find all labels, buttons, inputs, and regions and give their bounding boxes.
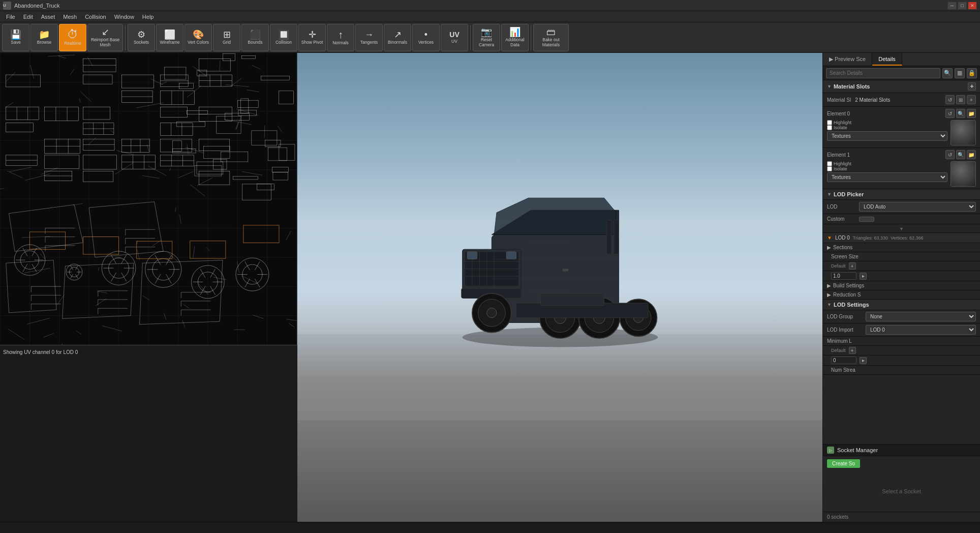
lod0-sections-label: Sections	[833, 245, 852, 250]
element-0-material-dropdown[interactable]: Textures	[827, 131, 947, 141]
truck-3d-model	[433, 175, 687, 353]
material-element-1: Element 1 ↺ 🔍 📁 Highlight	[823, 148, 980, 189]
binormals-button[interactable]: ↗ Binormals	[384, 24, 411, 51]
material-slots-action-1[interactable]: ↺	[945, 95, 955, 104]
reset-camera-label: Reset Camera	[473, 38, 500, 47]
viewport[interactable]: ▼ Perspective Lit Show ▼ LOD Auto LOD: 0…	[0, 53, 822, 522]
collision-label: Collision	[275, 40, 292, 45]
material-slots-add-btn[interactable]: +	[967, 95, 976, 104]
element-1-material-preview[interactable]	[951, 161, 976, 187]
lod0-build-settings-row[interactable]: ▶ Build Settings	[823, 281, 980, 290]
num-stream-label: Num Strea	[831, 367, 855, 373]
element-0-isolate-check[interactable]: Isolate	[827, 125, 947, 130]
element-1-search[interactable]: 🔍	[956, 150, 965, 159]
title-bar: U Abandoned_Truck ─ □ ✕	[0, 0, 980, 11]
viewport-3d[interactable]	[297, 53, 822, 522]
vertices-label: Vertices	[418, 40, 434, 45]
bake-out-button[interactable]: 🗃 Bake out Materials	[533, 24, 569, 51]
element-1-reset[interactable]: ↺	[945, 150, 955, 159]
element-0-search[interactable]: 🔍	[956, 109, 965, 118]
menu-window[interactable]: Window	[110, 13, 138, 21]
vertices-button[interactable]: • Vertices	[412, 24, 440, 51]
element-0-highlight-checkbox[interactable]	[827, 120, 832, 125]
vert-colors-label: Vert Colors	[188, 40, 209, 45]
lod-import-row: LOD Import LOD 0	[823, 323, 980, 337]
material-slot-count-row: Material Sl 2 Material Slots ↺ ⊞ +	[823, 93, 980, 107]
realtime-button[interactable]: ⏱ Realtime	[59, 24, 86, 51]
bounds-button[interactable]: ⬛ Bounds	[241, 24, 269, 51]
realtime-label: Realtime	[64, 41, 81, 46]
search-icon-button[interactable]: 🔍	[942, 68, 953, 78]
element-1-isolate-check[interactable]: Isolate	[827, 166, 947, 171]
show-pivot-button[interactable]: ✛ Show Pivot	[298, 24, 326, 51]
element-0-isolate-checkbox[interactable]	[827, 125, 832, 130]
minimum-l-plus-button[interactable]: +	[849, 347, 856, 354]
tangents-button[interactable]: → Tangents	[355, 24, 383, 51]
maximize-button[interactable]: □	[958, 2, 967, 10]
additional-data-button[interactable]: 📊 Additional Data	[501, 24, 529, 51]
search-bar: 🔍 ▦ 🔒	[823, 66, 980, 80]
menu-asset[interactable]: Asset	[37, 13, 59, 21]
element-1-highlight-checkbox[interactable]	[827, 161, 832, 166]
element-1-browse[interactable]: 📁	[967, 150, 976, 159]
material-slots-action-2[interactable]: ⊞	[956, 95, 965, 104]
minimum-l-value-input[interactable]	[831, 357, 856, 364]
lod-group-select[interactable]: None	[866, 312, 976, 321]
lod-picker-lod-select[interactable]: LOD Auto LOD 0 LOD 1 LOD 2	[859, 202, 976, 212]
minimize-button[interactable]: ─	[947, 2, 957, 10]
reset-camera-button[interactable]: 📷 Reset Camera	[473, 24, 500, 51]
material-slots-title: Material Slots	[834, 83, 870, 90]
panel-content[interactable]: ▼ Material Slots + Material Sl 2 Materia…	[823, 80, 980, 444]
wireframe-button[interactable]: ⬜ Wireframe	[156, 24, 183, 51]
minimum-l-value-plus-button[interactable]: ▸	[860, 357, 867, 364]
menu-edit[interactable]: Edit	[19, 13, 37, 21]
lod-import-select[interactable]: LOD 0	[866, 325, 976, 335]
element-1-isolate-checkbox[interactable]	[827, 166, 832, 171]
menu-mesh[interactable]: Mesh	[59, 13, 81, 21]
save-button[interactable]: 💾 Save	[2, 24, 29, 51]
material-slots-section-header[interactable]: ▼ Material Slots +	[823, 80, 980, 93]
svg-marker-4	[494, 198, 616, 234]
sockets-button[interactable]: ⚙ Sockets	[128, 24, 155, 51]
browse-button[interactable]: 📁 Browse	[30, 24, 58, 51]
collision-button[interactable]: 🔲 Collision	[270, 24, 297, 51]
save-icon: 💾	[10, 30, 21, 39]
lod-picker-custom-slider[interactable]	[859, 217, 874, 222]
lod-picker-arrow: ▼	[827, 192, 832, 197]
minimum-l-value-row: ▸	[823, 356, 980, 366]
material-slots-add-button[interactable]: +	[968, 82, 976, 91]
lod0-reduction-row[interactable]: ▶ Reduction S	[823, 290, 980, 300]
screen-size-value-input[interactable]	[831, 272, 856, 280]
reimport-button[interactable]: ↙ Reimport Base Mesh	[87, 24, 123, 51]
vert-colors-button[interactable]: 🎨 Vert Colors	[185, 24, 212, 51]
lod0-sections-row[interactable]: ▶ Sections	[823, 243, 980, 252]
uv-button[interactable]: UV UV	[441, 24, 468, 51]
lock-button[interactable]: 🔒	[967, 68, 977, 78]
grid-view-button[interactable]: ▦	[955, 68, 965, 78]
search-input[interactable]	[826, 68, 940, 78]
lod0-section-header[interactable]: ▼ LOD 0 Triangles: 63,330 Vertices: 62,3…	[823, 233, 980, 243]
element-0-material-preview[interactable]	[951, 120, 976, 145]
menu-file[interactable]: File	[2, 13, 19, 21]
app-icon: U	[3, 2, 11, 10]
normals-button[interactable]: ↑ Normals	[327, 24, 354, 51]
minimum-l-default-row: Default +	[823, 346, 980, 356]
element-0-reset[interactable]: ↺	[945, 109, 955, 118]
lod-settings-section-header[interactable]: ▼ LOD Settings	[823, 300, 980, 310]
element-1-highlight-check[interactable]: Highlight	[827, 161, 947, 166]
reimport-icon: ↙	[102, 27, 109, 37]
screen-size-plus-button[interactable]: +	[849, 262, 856, 270]
lod-picker-section-header[interactable]: ▼ LOD Picker	[823, 189, 980, 200]
create-socket-button[interactable]: Create So	[827, 459, 860, 468]
element-1-material-dropdown[interactable]: Textures	[827, 172, 947, 182]
close-button[interactable]: ✕	[968, 2, 977, 10]
socket-select-area: Select a Socket	[823, 471, 980, 512]
menu-collision[interactable]: Collision	[81, 13, 110, 21]
tab-preview-sce[interactable]: ▶ Preview Sce	[823, 53, 872, 66]
element-0-browse[interactable]: 📁	[967, 109, 976, 118]
element-0-highlight-check[interactable]: Highlight	[827, 120, 947, 125]
grid-button[interactable]: ⊞ Grid	[213, 24, 240, 51]
screen-size-value-plus-button[interactable]: ▸	[860, 273, 867, 280]
menu-help[interactable]: Help	[138, 13, 158, 21]
tab-details[interactable]: Details	[872, 53, 902, 66]
